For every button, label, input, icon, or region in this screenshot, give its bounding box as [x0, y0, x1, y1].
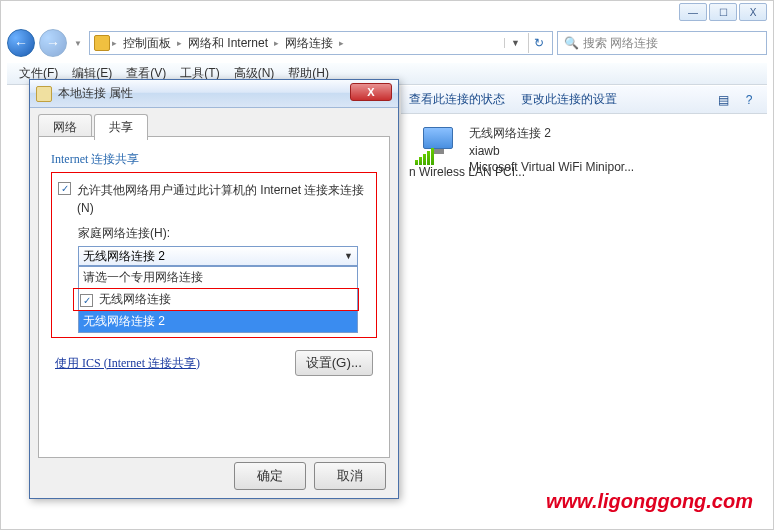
refresh-button[interactable]: ↻ — [528, 33, 548, 53]
close-button[interactable]: X — [739, 3, 767, 21]
dropdown-option-selected[interactable]: 无线网络连接 2 — [79, 311, 357, 332]
settings-button[interactable]: 设置(G)... — [295, 350, 373, 376]
dropdown-list: 请选一个专用网络连接 ✓ 无线网络连接 无线网络连接 2 — [78, 266, 358, 333]
allow-sharing-label: 允许其他网络用户通过此计算机的 Internet 连接来连接(N) — [77, 181, 370, 217]
forward-button[interactable]: → — [39, 29, 67, 57]
home-network-dropdown[interactable]: 无线网络连接 2 — [78, 246, 358, 266]
dialog-title: 本地连接 属性 — [58, 85, 344, 102]
cmd-change-settings[interactable]: 更改此连接的设置 — [521, 91, 617, 108]
dropdown-option[interactable]: 无线网络连接 — [99, 291, 171, 308]
breadcrumb[interactable]: ▸ 控制面板 ▸ 网络和 Internet ▸ 网络连接 ▸ ▼ ↻ — [89, 31, 553, 55]
dialog-titlebar[interactable]: 本地连接 属性 X — [30, 80, 398, 108]
properties-dialog: 本地连接 属性 X 网络 共享 Internet 连接共享 ✓ 允许其他网络用户… — [29, 79, 399, 499]
window-controls: — ☐ X — [679, 3, 767, 21]
maximize-button[interactable]: ☐ — [709, 3, 737, 21]
search-input[interactable]: 🔍 搜索 网络连接 — [557, 31, 767, 55]
breadcrumb-item[interactable]: 网络和 Internet — [184, 35, 272, 52]
ok-button[interactable]: 确定 — [234, 462, 306, 490]
breadcrumb-item[interactable]: 网络连接 — [281, 35, 337, 52]
tab-sharing[interactable]: 共享 — [94, 114, 148, 140]
chevron-right-icon: ▸ — [339, 38, 344, 48]
back-button[interactable]: ← — [7, 29, 35, 57]
ics-help-link[interactable]: 使用 ICS (Internet 连接共享) — [55, 355, 200, 372]
chevron-down-icon[interactable]: ▼ — [504, 38, 526, 48]
partial-adapter-text: n Wireless LAN PCI — [409, 165, 525, 179]
nav-bar: ← → ▼ ▸ 控制面板 ▸ 网络和 Internet ▸ 网络连接 ▸ ▼ ↻… — [7, 27, 767, 59]
dialog-buttons: 确定 取消 — [234, 462, 386, 490]
cancel-button[interactable]: 取消 — [314, 462, 386, 490]
cmd-view-status[interactable]: 查看此连接的状态 — [409, 91, 505, 108]
connection-ssid: xiawb — [469, 144, 634, 158]
view-options-icon[interactable]: ▤ — [713, 90, 733, 110]
dropdown-group-label: 请选一个专用网络连接 — [79, 267, 357, 288]
folder-icon — [94, 35, 110, 51]
private-net-checkbox[interactable]: ✓ — [80, 294, 93, 307]
tab-panel-sharing: Internet 连接共享 ✓ 允许其他网络用户通过此计算机的 Internet… — [38, 136, 390, 458]
connection-name: 无线网络连接 2 — [469, 125, 634, 142]
command-bar: 查看此连接的状态 更改此连接的设置 ▤ ? — [401, 86, 767, 114]
chevron-right-icon: ▸ — [177, 38, 182, 48]
search-icon: 🔍 — [564, 36, 579, 50]
help-icon[interactable]: ? — [739, 90, 759, 110]
dropdown-selected: 无线网络连接 2 — [83, 248, 165, 265]
breadcrumb-item[interactable]: 控制面板 — [119, 35, 175, 52]
adapter-icon — [36, 86, 52, 102]
search-placeholder: 搜索 网络连接 — [583, 35, 658, 52]
chevron-right-icon: ▸ — [274, 38, 279, 48]
allow-sharing-checkbox[interactable]: ✓ — [58, 182, 71, 195]
wifi-adapter-icon — [415, 125, 459, 165]
group-title: Internet 连接共享 — [51, 151, 377, 168]
dialog-close-button[interactable]: X — [350, 83, 392, 101]
watermark: www.ligonggong.com — [546, 490, 753, 513]
history-dropdown[interactable]: ▼ — [71, 29, 85, 57]
ics-allow-group: ✓ 允许其他网络用户通过此计算机的 Internet 连接来连接(N) 家庭网络… — [51, 172, 377, 338]
home-network-label: 家庭网络连接(H): — [78, 225, 370, 242]
minimize-button[interactable]: — — [679, 3, 707, 21]
chevron-right-icon: ▸ — [112, 38, 117, 48]
